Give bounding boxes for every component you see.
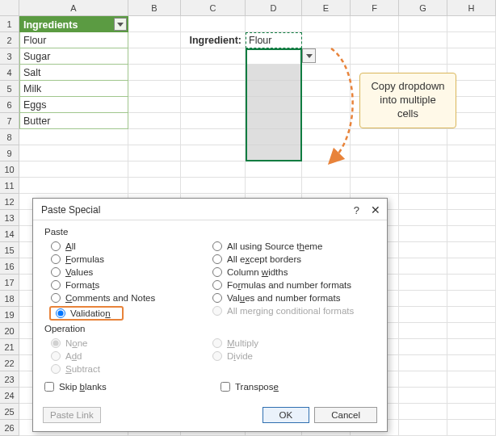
cell-F3[interactable]	[351, 48, 399, 65]
ok-button[interactable]: OK	[262, 407, 310, 423]
cell-B2[interactable]	[128, 32, 181, 48]
cell-D3[interactable]	[246, 48, 302, 65]
cell-C8[interactable]	[181, 129, 246, 145]
filter-dropdown-icon[interactable]	[114, 18, 127, 31]
cell-A9[interactable]	[19, 145, 128, 161]
cell-E11[interactable]	[302, 178, 351, 194]
cell-H12[interactable]	[447, 194, 496, 210]
cell-F1[interactable]	[351, 16, 399, 32]
cell-D7[interactable]	[246, 113, 302, 129]
col-header-E[interactable]: E	[302, 0, 351, 16]
cell-H3[interactable]	[447, 48, 496, 65]
cell-B9[interactable]	[128, 145, 181, 161]
cell-G25[interactable]	[399, 404, 447, 420]
paste-link-button[interactable]: Paste Link	[43, 407, 101, 423]
row-header-17[interactable]: 17	[0, 275, 19, 291]
cell-A7[interactable]: Butter	[19, 113, 128, 129]
row-header-5[interactable]: 5	[0, 81, 19, 97]
radio-values[interactable]: Values	[43, 266, 204, 279]
cell-B10[interactable]	[128, 161, 181, 178]
row-header-9[interactable]: 9	[0, 145, 19, 161]
row-header-6[interactable]: 6	[0, 97, 19, 113]
radio-validation[interactable]: Validation	[43, 304, 204, 322]
cell-B11[interactable]	[128, 178, 181, 194]
row-header-25[interactable]: 25	[0, 404, 19, 420]
cell-A3[interactable]: Sugar	[19, 48, 128, 65]
cell-D1[interactable]	[246, 16, 302, 32]
radio-formnum[interactable]: Formulas and number formats	[204, 279, 377, 291]
col-header-A[interactable]: A	[19, 0, 128, 16]
cell-H15[interactable]	[447, 242, 496, 258]
cell-H8[interactable]	[447, 129, 496, 145]
col-header-G[interactable]: G	[399, 0, 447, 16]
cell-C4[interactable]	[181, 65, 246, 81]
radio-comments[interactable]: Comments and Notes	[43, 291, 204, 304]
row-header-4[interactable]: 4	[0, 65, 19, 81]
row-header-13[interactable]: 13	[0, 210, 19, 226]
cell-A6[interactable]: Eggs	[19, 97, 128, 113]
cell-A1[interactable]: Ingredients	[19, 16, 128, 32]
cell-E7[interactable]	[302, 113, 351, 129]
cell-G9[interactable]	[399, 145, 447, 161]
row-header-12[interactable]: 12	[0, 194, 19, 210]
cell-H20[interactable]	[447, 323, 496, 339]
cell-H16[interactable]	[447, 258, 496, 275]
cell-E1[interactable]	[302, 16, 351, 32]
radio-colwidths[interactable]: Column widths	[204, 266, 377, 279]
cell-F2[interactable]	[351, 32, 399, 48]
cell-E2[interactable]	[302, 32, 351, 48]
cell-C3[interactable]	[181, 48, 246, 65]
cell-G26[interactable]	[399, 420, 447, 436]
cell-C9[interactable]	[181, 145, 246, 161]
row-header-19[interactable]: 19	[0, 307, 19, 323]
cell-D2[interactable]: Flour	[246, 32, 302, 48]
cell-H11[interactable]	[447, 178, 496, 194]
cell-E5[interactable]	[302, 81, 351, 97]
cell-H10[interactable]	[447, 161, 496, 178]
cell-D6[interactable]	[246, 97, 302, 113]
col-header-D[interactable]: D	[246, 0, 302, 16]
cell-G20[interactable]	[399, 323, 447, 339]
cell-F9[interactable]	[351, 145, 399, 161]
transpose-checkbox[interactable]: Transpose	[219, 380, 279, 393]
cell-D5[interactable]	[246, 81, 302, 97]
cell-G8[interactable]	[399, 129, 447, 145]
cell-G10[interactable]	[399, 161, 447, 178]
cell-F10[interactable]	[351, 161, 399, 178]
row-header-7[interactable]: 7	[0, 113, 19, 129]
cell-D10[interactable]	[246, 161, 302, 178]
cell-C5[interactable]	[181, 81, 246, 97]
cell-B5[interactable]	[128, 81, 181, 97]
cell-A4[interactable]: Salt	[19, 65, 128, 81]
row-header-14[interactable]: 14	[0, 226, 19, 242]
radio-formats[interactable]: Formats	[43, 279, 204, 291]
cell-C6[interactable]	[181, 97, 246, 113]
cell-G16[interactable]	[399, 258, 447, 275]
row-header-21[interactable]: 21	[0, 339, 19, 355]
cell-H26[interactable]	[447, 420, 496, 436]
row-header-1[interactable]: 1	[0, 16, 19, 32]
row-header-11[interactable]: 11	[0, 178, 19, 194]
radio-exceptborders[interactable]: All except borders	[204, 253, 377, 266]
cell-G22[interactable]	[399, 355, 447, 371]
cell-A2[interactable]: Flour	[19, 32, 128, 48]
close-icon[interactable]: ✕	[371, 203, 380, 216]
row-header-26[interactable]: 26	[0, 420, 19, 436]
cell-G24[interactable]	[399, 388, 447, 404]
cell-F11[interactable]	[351, 178, 399, 194]
cell-E10[interactable]	[302, 161, 351, 178]
col-header-F[interactable]: F	[351, 0, 399, 16]
cell-A11[interactable]	[19, 178, 128, 194]
cell-H13[interactable]	[447, 210, 496, 226]
cell-B3[interactable]	[128, 48, 181, 65]
cell-G3[interactable]	[399, 48, 447, 65]
cell-H21[interactable]	[447, 339, 496, 355]
col-header-C[interactable]: C	[181, 0, 246, 16]
cell-H18[interactable]	[447, 291, 496, 307]
row-header-10[interactable]: 10	[0, 161, 19, 178]
cell-G19[interactable]	[399, 307, 447, 323]
cell-H19[interactable]	[447, 307, 496, 323]
cell-G1[interactable]	[399, 16, 447, 32]
cell-D8[interactable]	[246, 129, 302, 145]
cell-G2[interactable]	[399, 32, 447, 48]
